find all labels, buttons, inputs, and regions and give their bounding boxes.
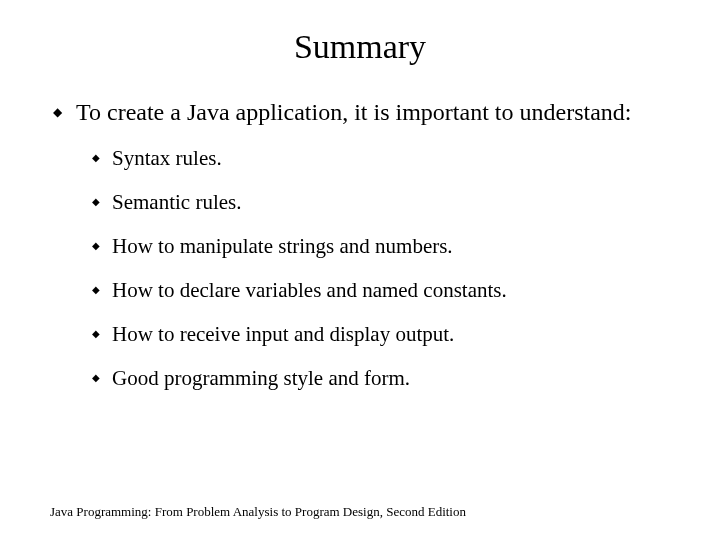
diamond-bullet-icon: ◆: [90, 190, 102, 214]
list-item-text: How to receive input and display output.: [112, 322, 454, 346]
list-item: ◆ Good programming style and form.: [90, 366, 670, 390]
diamond-bullet-icon: ◆: [90, 146, 102, 170]
diamond-bullet-icon: ◆: [90, 322, 102, 346]
list-item-text: How to manipulate strings and numbers.: [112, 234, 453, 258]
sub-bullet-list: ◆ Syntax rules. ◆ Semantic rules. ◆ How …: [50, 126, 670, 390]
list-item: ◆ How to receive input and display outpu…: [90, 322, 670, 346]
slide-footer: Java Programming: From Problem Analysis …: [50, 504, 466, 520]
diamond-bullet-icon: ◆: [90, 366, 102, 390]
top-bullet-row: ◆ To create a Java application, it is im…: [50, 98, 670, 126]
diamond-bullet-icon: ◆: [90, 278, 102, 302]
slide-title: Summary: [0, 0, 720, 66]
list-item-text: Syntax rules.: [112, 146, 222, 170]
list-item: ◆ How to declare variables and named con…: [90, 278, 670, 302]
list-item: ◆ How to manipulate strings and numbers.: [90, 234, 670, 258]
list-item-text: Good programming style and form.: [112, 366, 410, 390]
list-item: ◆ Syntax rules.: [90, 146, 670, 170]
top-bullet-text: To create a Java application, it is impo…: [76, 98, 631, 126]
diamond-bullet-icon: ◆: [90, 234, 102, 258]
list-item-text: How to declare variables and named const…: [112, 278, 507, 302]
slide-body: ◆ To create a Java application, it is im…: [0, 66, 720, 390]
diamond-bullet-icon: ◆: [50, 98, 64, 126]
list-item-text: Semantic rules.: [112, 190, 241, 214]
list-item: ◆ Semantic rules.: [90, 190, 670, 214]
